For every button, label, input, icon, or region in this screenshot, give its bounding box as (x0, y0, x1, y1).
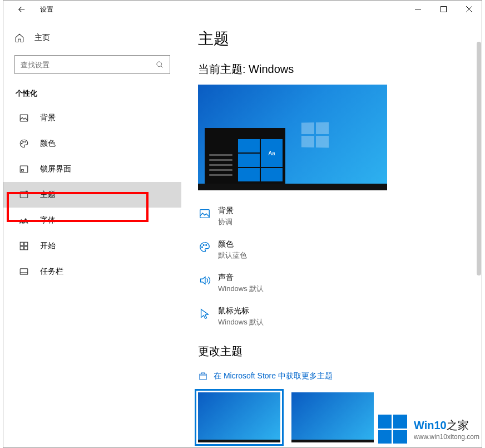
svg-rect-15 (20, 269, 28, 275)
scrollbar[interactable] (477, 42, 481, 275)
setting-sound[interactable]: 声音 Windows 默认 (198, 273, 465, 294)
svg-rect-16 (200, 210, 210, 218)
setting-color[interactable]: 颜色 默认蓝色 (198, 239, 465, 260)
change-theme-header: 更改主题 (198, 344, 465, 359)
setting-title: 背景 (218, 206, 234, 216)
setting-cursor[interactable]: 鼠标光标 Windows 默认 (198, 306, 465, 327)
windows-logo-icon (378, 415, 407, 444)
sidebar-item-taskbar[interactable]: 任务栏 (3, 259, 181, 284)
search-icon (156, 61, 164, 69)
setting-title: 声音 (218, 273, 264, 283)
theme-icon (19, 190, 29, 200)
sidebar-item-theme[interactable]: 主题 (3, 182, 181, 208)
close-button[interactable] (456, 1, 482, 17)
svg-text:A: A (23, 218, 28, 224)
sidebar: 主页 个性化 背景 颜色 锁屏界面 主题 (3, 18, 181, 447)
sidebar-item-lockscreen[interactable]: 锁屏界面 (3, 156, 181, 182)
svg-rect-0 (441, 6, 446, 12)
minimize-button[interactable] (405, 1, 430, 17)
home-label: 主页 (34, 33, 50, 43)
svg-point-19 (206, 244, 207, 245)
palette-icon (19, 139, 29, 149)
sidebar-item-label: 任务栏 (40, 267, 63, 277)
setting-value: 协调 (218, 217, 234, 227)
maximize-button[interactable] (430, 1, 456, 17)
sidebar-item-font[interactable]: AA 字体 (3, 208, 181, 233)
setting-value: Windows 默认 (218, 317, 264, 327)
image-icon (19, 113, 29, 123)
theme-thumbnail-1[interactable] (198, 392, 280, 442)
lockscreen-icon (19, 164, 29, 174)
svg-rect-8 (20, 192, 28, 198)
theme-thumbnail-2[interactable] (291, 392, 374, 442)
category-label: 个性化 (3, 85, 181, 105)
window-title: 设置 (40, 5, 53, 14)
sidebar-item-label: 主题 (40, 190, 56, 200)
sidebar-item-label: 锁屏界面 (40, 164, 71, 174)
sidebar-item-label: 开始 (40, 241, 56, 251)
svg-rect-2 (20, 115, 28, 121)
home-icon (14, 33, 24, 43)
sound-icon (198, 274, 211, 287)
sidebar-item-label: 字体 (40, 215, 56, 225)
svg-rect-12 (24, 242, 28, 245)
font-icon: AA (19, 215, 29, 225)
current-theme-label: 当前主题: Windows (198, 62, 465, 77)
cursor-icon (198, 307, 211, 321)
search-input[interactable] (21, 61, 142, 69)
svg-text:A: A (20, 219, 23, 224)
store-icon (198, 371, 208, 381)
palette-icon (198, 240, 211, 254)
sidebar-item-label: 颜色 (40, 139, 56, 149)
sidebar-item-color[interactable]: 颜色 (3, 131, 181, 156)
watermark: Win10之家 www.win10xitong.com (378, 415, 479, 444)
svg-point-3 (22, 143, 23, 144)
svg-rect-11 (20, 242, 23, 245)
preview-tile-text: Aa (261, 139, 283, 167)
svg-point-5 (25, 141, 26, 142)
setting-title: 颜色 (218, 239, 247, 249)
sidebar-item-label: 背景 (40, 113, 56, 123)
theme-preview[interactable]: Aa (198, 85, 387, 190)
sidebar-item-background[interactable]: 背景 (3, 105, 181, 131)
image-icon (198, 207, 211, 220)
store-link[interactable]: 在 Microsoft Store 中获取更多主题 (198, 371, 465, 381)
svg-point-18 (203, 244, 204, 245)
svg-point-4 (23, 141, 24, 142)
svg-rect-13 (20, 247, 23, 250)
watermark-brand-suffix: 之家 (447, 419, 469, 431)
svg-rect-14 (24, 247, 28, 250)
start-icon (19, 241, 29, 251)
setting-title: 鼠标光标 (218, 306, 264, 316)
store-link-label: 在 Microsoft Store 中获取更多主题 (214, 371, 333, 381)
home-link[interactable]: 主页 (3, 28, 181, 47)
search-box[interactable] (14, 55, 170, 74)
svg-point-17 (202, 247, 203, 248)
watermark-brand-prefix: Win10 (414, 419, 447, 431)
svg-point-1 (157, 61, 162, 66)
page-title: 主题 (198, 28, 465, 50)
setting-background[interactable]: 背景 协调 (198, 206, 465, 227)
main-content: 主题 当前主题: Windows Aa 背景 协调 (181, 18, 482, 447)
back-button[interactable] (13, 1, 30, 18)
setting-value: Windows 默认 (218, 284, 264, 294)
setting-value: 默认蓝色 (218, 250, 247, 260)
taskbar-icon (19, 267, 29, 277)
watermark-url: www.win10xitong.com (414, 433, 479, 441)
svg-rect-7 (22, 170, 24, 171)
sidebar-item-start[interactable]: 开始 (3, 233, 181, 259)
